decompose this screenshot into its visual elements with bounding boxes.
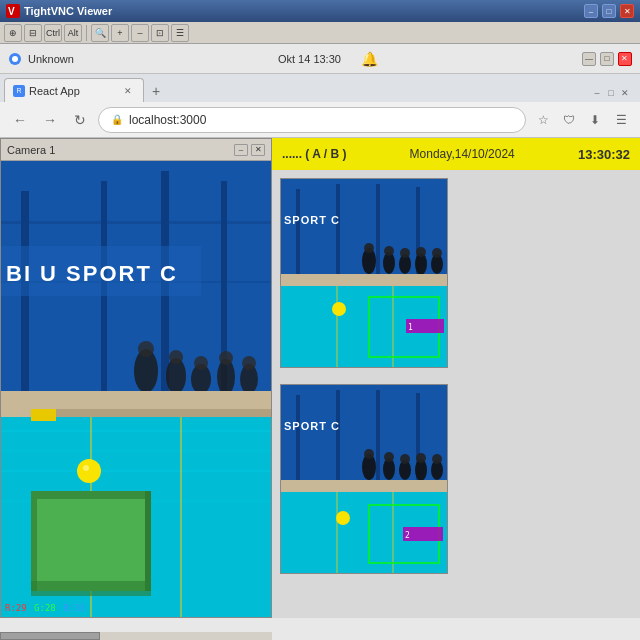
svg-rect-41 (1, 409, 31, 417)
svg-point-52 (384, 246, 394, 256)
svg-point-81 (416, 453, 426, 463)
toolbar-btn-5[interactable]: 🔍 (91, 24, 109, 42)
shield-icon: 🛡 (558, 109, 580, 131)
url-text: localhost:3000 (129, 113, 206, 127)
camera1-window-controls: – ✕ (234, 144, 265, 156)
menu-button[interactable]: ☰ (610, 109, 632, 131)
svg-rect-40 (31, 409, 56, 421)
infobar-left: ...... ( A / B ) (282, 147, 346, 161)
browser-window: Unknown Okt 14 13:30 🔔 — □ ✕ R React App… (0, 44, 640, 640)
camera1-feed: BI U SPORT C (1, 161, 271, 617)
bookmark-button[interactable]: ☆ (532, 109, 554, 131)
svg-point-3 (12, 56, 18, 62)
svg-point-50 (364, 243, 374, 253)
rgb-r-value: R:29 (5, 603, 27, 613)
scroll-thumb[interactable] (0, 632, 100, 640)
svg-text:SPORT C: SPORT C (284, 420, 340, 432)
browser-win-controls: — □ ✕ (582, 52, 632, 66)
browser-title-left: Unknown (8, 52, 74, 66)
svg-rect-36 (145, 491, 151, 591)
browser-address-bar: ← → ↻ 🔒 localhost:3000 ☆ 🛡 ⬇ ☰ (0, 102, 640, 138)
svg-rect-10 (1, 221, 271, 224)
right-panel: ...... ( A / B ) Monday,14/10/2024 13:30… (272, 138, 640, 618)
thumbnail-2[interactable]: SPORT C (280, 384, 448, 574)
toolbar-btn-zoom-in[interactable]: + (111, 24, 129, 42)
browser-tab-bar: R React App ✕ + – □ ✕ (0, 74, 640, 102)
vnc-title-text: TightVNC Viewer (24, 5, 112, 17)
browser-os-title: Unknown (28, 53, 74, 65)
tab-win-maximize[interactable]: □ (604, 86, 618, 100)
vnc-logo-icon: V (6, 4, 20, 18)
toolbar-btn-1[interactable]: ⊕ (4, 24, 22, 42)
browser-tab-react[interactable]: R React App ✕ (4, 78, 144, 102)
svg-point-56 (416, 247, 426, 257)
tab-win-minimize[interactable]: – (590, 86, 604, 100)
browser-datetime: Okt 14 13:30 (278, 53, 341, 65)
back-button[interactable]: ← (8, 108, 32, 132)
svg-point-75 (364, 449, 374, 459)
rgb-debug-overlay: R:29 G:28 B:33 (5, 603, 85, 613)
vnc-close-button[interactable]: ✕ (620, 4, 634, 18)
vnc-maximize-button[interactable]: □ (602, 4, 616, 18)
toolbar-btn-2[interactable]: ⊟ (24, 24, 42, 42)
svg-text:SPORT C: SPORT C (284, 214, 340, 226)
tab-label: React App (29, 85, 80, 97)
svg-point-21 (219, 351, 233, 365)
thumbnails-area: SPORT C (272, 170, 640, 618)
toolbar-btn-3[interactable]: Ctrl (44, 24, 62, 42)
svg-point-88 (336, 511, 350, 525)
svg-rect-71 (376, 390, 380, 485)
tab-win-close[interactable]: ✕ (618, 86, 632, 100)
svg-text:2: 2 (405, 531, 410, 540)
svg-point-58 (432, 248, 442, 258)
toolbar-btn-zoom-fit[interactable]: ⊡ (151, 24, 169, 42)
svg-rect-35 (31, 491, 37, 591)
svg-rect-70 (336, 390, 340, 485)
new-tab-button[interactable]: + (144, 80, 168, 102)
svg-rect-45 (336, 184, 340, 279)
svg-rect-46 (376, 184, 380, 279)
refresh-button[interactable]: ↻ (68, 108, 92, 132)
forward-button[interactable]: → (38, 108, 62, 132)
camera1-titlebar: Camera 1 – ✕ (1, 139, 271, 161)
svg-rect-59 (281, 274, 448, 286)
lock-icon: 🔒 (111, 114, 123, 125)
infobar-time: 13:30:32 (578, 147, 630, 162)
infobar-date: Monday,14/10/2024 (410, 147, 515, 161)
rgb-b-value: B:33 (63, 603, 85, 613)
vnc-titlebar: V TightVNC Viewer – □ ✕ (0, 0, 640, 22)
svg-point-79 (400, 454, 410, 464)
svg-rect-37 (31, 581, 151, 596)
svg-rect-69 (296, 395, 300, 485)
svg-text:BI  U SPORT C: BI U SPORT C (6, 261, 178, 286)
browser-os-close[interactable]: ✕ (618, 52, 632, 66)
svg-point-15 (138, 341, 154, 357)
url-bar[interactable]: 🔒 localhost:3000 (98, 107, 526, 133)
camera1-minimize-button[interactable]: – (234, 144, 248, 156)
download-button[interactable]: ⬇ (584, 109, 606, 131)
info-bar: ...... ( A / B ) Monday,14/10/2024 13:30… (272, 138, 640, 170)
toolbar-btn-zoom-out[interactable]: – (131, 24, 149, 42)
browser-os-titlebar: Unknown Okt 14 13:30 🔔 — □ ✕ (0, 44, 640, 74)
tab-close-button[interactable]: ✕ (121, 84, 135, 98)
camera1-close-button[interactable]: ✕ (251, 144, 265, 156)
camera1-title-text: Camera 1 (7, 144, 55, 156)
svg-point-17 (169, 350, 183, 364)
svg-text:V: V (8, 6, 15, 17)
address-actions: ☆ 🛡 ⬇ ☰ (532, 109, 632, 131)
thumbnail-1[interactable]: SPORT C (280, 178, 448, 368)
notification-icon: 🔔 (361, 51, 378, 67)
toolbar-btn-4[interactable]: Alt (64, 24, 82, 42)
rgb-g-value: G:28 (34, 603, 56, 613)
camera1-scrollbar[interactable] (0, 632, 272, 640)
svg-rect-33 (31, 491, 151, 591)
thumbnail-1-svg: SPORT C (281, 179, 448, 368)
toolbar-btn-6[interactable]: ☰ (171, 24, 189, 42)
camera1-pool-svg: BI U SPORT C (1, 161, 271, 617)
svg-point-23 (242, 356, 256, 370)
svg-rect-84 (281, 480, 448, 492)
browser-os-minimize[interactable]: — (582, 52, 596, 66)
browser-os-maximize[interactable]: □ (600, 52, 614, 66)
toolbar-sep-1 (86, 25, 87, 41)
vnc-minimize-button[interactable]: – (584, 4, 598, 18)
